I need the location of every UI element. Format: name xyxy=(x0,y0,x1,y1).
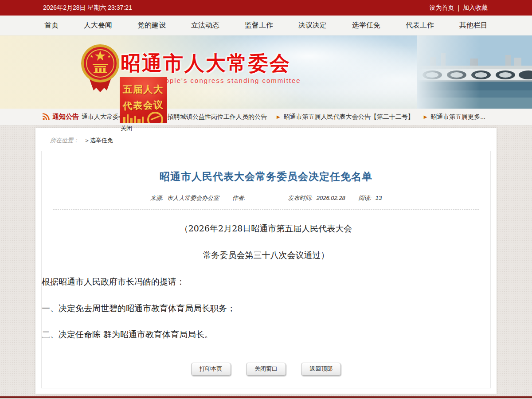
popup-close-link[interactable]: 关闭 xyxy=(120,123,135,133)
breadcrumb: 所在位置： ＞选举任免 xyxy=(35,128,497,145)
breadcrumb-current-link[interactable]: ＞选举任免 xyxy=(84,137,113,144)
meta-source-value: 市人大常委会办公室 xyxy=(167,195,219,201)
article-paragraph: 根据昭通市人民政府市长冯皓的提请： xyxy=(42,277,490,287)
meta-divider xyxy=(53,209,479,210)
meta-author-label: 作者: xyxy=(232,195,246,201)
nav-item-elections[interactable]: 选举任免 xyxy=(352,21,380,30)
article-box: 昭通市人民代表大会常务委员会决定任免名单 来源: 市人大常委会办公室 作者: 发… xyxy=(41,151,491,388)
notice-item-1-left[interactable]: 通市人大常委会 xyxy=(82,113,125,121)
nav-item-news[interactable]: 人大要闻 xyxy=(84,21,112,30)
popup-skyline-decoration xyxy=(120,112,167,123)
article-title: 昭通市人民代表大会常务委员会决定任免名单 xyxy=(42,170,490,184)
site-banner: 昭通市人大常委会 people's congress standing comm… xyxy=(0,35,532,109)
article-paragraph: 一、决定免去周世碧的昭通市教育体育局局长职务； xyxy=(42,304,490,313)
arrow-icon: ▶ xyxy=(424,114,427,119)
nav-item-home[interactable]: 首页 xyxy=(44,21,59,30)
nav-item-supervision[interactable]: 监督工作 xyxy=(245,21,273,30)
notice-item-3[interactable]: 昭通市第五届 xyxy=(430,113,468,121)
close-window-button[interactable]: 关闭窗口 xyxy=(246,363,286,376)
rss-icon xyxy=(42,113,50,121)
page: 2026年2月28日 星期六 23:37:21 设为首页 | 加入收藏 首页 人… xyxy=(0,0,532,399)
nav-item-party[interactable]: 党的建设 xyxy=(137,21,166,30)
topbar: 2026年2月28日 星期六 23:37:21 设为首页 | 加入收藏 xyxy=(0,0,532,16)
nav-item-resolutions[interactable]: 决议决定 xyxy=(298,21,327,30)
national-emblem-icon xyxy=(81,43,119,93)
datetime-text: 2026年2月28日 星期六 23:37:21 xyxy=(43,4,132,12)
article-paragraph: 常务委员会第三十八次会议通过） xyxy=(42,250,490,260)
breadcrumb-prefix: 所在位置： xyxy=(50,137,79,144)
popup-title-line2: 代表会议 xyxy=(120,98,167,113)
add-favorite-link[interactable]: 加入收藏 xyxy=(463,4,488,12)
action-buttons: 打印本页 关闭窗口 返回顶部 xyxy=(42,363,490,376)
topbar-links: 设为首页 | 加入收藏 xyxy=(429,4,488,12)
main-nav: 首页 人大要闻 党的建设 立法动态 监督工作 决议决定 选举任免 代表工作 其他… xyxy=(0,16,532,35)
meta-views-value: 13 xyxy=(376,195,382,201)
site-title: 昭通市人大常委会 xyxy=(121,50,291,77)
topbar-divider: | xyxy=(458,4,459,12)
meta-views-label: 阅读: xyxy=(358,195,372,201)
nav-item-other[interactable]: 其他栏目 xyxy=(459,21,488,30)
notice-label: 通知公告 xyxy=(52,113,79,121)
popup-title-line1: 五届人大 xyxy=(120,83,167,96)
nav-item-legislation[interactable]: 立法动态 xyxy=(191,21,219,30)
article-body: （2026年2月28日昭通市第五届人民代表大会 常务委员会第三十八次会议通过） … xyxy=(42,224,490,340)
arrow-icon: ▶ xyxy=(277,114,280,119)
nav-item-deputies[interactable]: 代表工作 xyxy=(406,21,434,30)
set-home-link[interactable]: 设为首页 xyxy=(429,4,454,12)
content-card: 所在位置： ＞选举任免 昭通市人民代表大会常务委员会决定任免名单 来源: 市人大… xyxy=(35,128,497,394)
back-to-top-button[interactable]: 返回顶部 xyxy=(301,363,341,376)
notice-item-2[interactable]: 昭通市第五届人民代表大会公告【第二十二号】 xyxy=(284,113,414,121)
popup-ad: 五届人大 代表会议 关闭 xyxy=(120,77,167,133)
print-page-button[interactable]: 打印本页 xyxy=(191,363,231,376)
notice-item-1-right[interactable]: 招聘城镇公益性岗位工作人员的公告 xyxy=(168,113,267,121)
popup-banner-image[interactable]: 五届人大 代表会议 xyxy=(120,77,167,123)
article-meta: 来源: 市人大常委会办公室 作者: 发布时间: 2026.02.28 阅读: 1… xyxy=(42,194,490,202)
site-subtitle: people's congress standing committee xyxy=(156,77,301,84)
notice-bar: 通知公告 通市人大常委会 招聘城镇公益性岗位工作人员的公告 ▶ 昭通市第五届人民… xyxy=(0,109,532,125)
meta-time-label: 发布时间: xyxy=(288,195,313,201)
nav-items: 首页 人大要闻 党的建设 立法动态 监督工作 决议决定 选举任免 代表工作 其他… xyxy=(44,21,488,30)
meta-source-label: 来源: xyxy=(150,195,164,201)
meta-time-value: 2026.02.28 xyxy=(317,195,345,201)
article-paragraph: 二、决定任命陈 群为昭通市教育体育局局长。 xyxy=(42,330,490,340)
article-paragraph: （2026年2月28日昭通市第五届人民代表大会 xyxy=(42,224,490,234)
notice-more-link[interactable]: 更多... xyxy=(468,113,485,121)
